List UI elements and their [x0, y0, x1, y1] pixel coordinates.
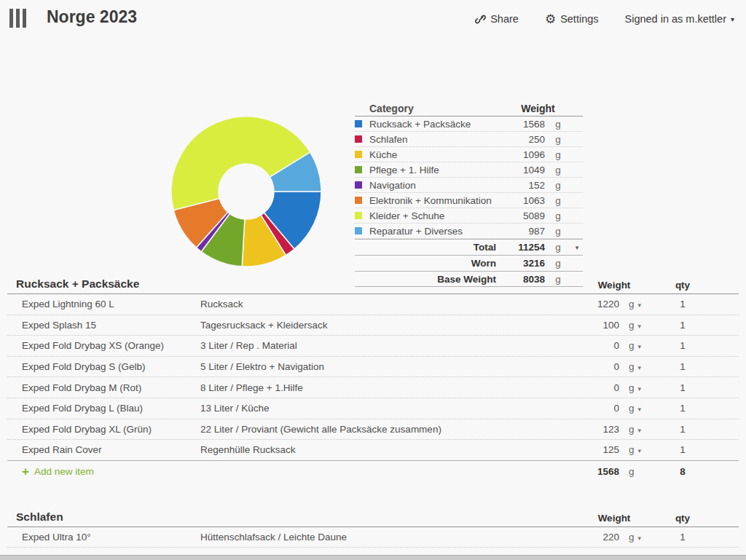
bottom-scrollbar-band[interactable] — [0, 555, 746, 560]
item-qty[interactable]: 1 — [657, 299, 708, 309]
link-icon — [475, 14, 486, 25]
legend-row: Elektronik + Kommunikation 1063 g — [355, 193, 583, 208]
item-weight[interactable]: 0 — [568, 340, 619, 351]
category-section-schlafen: Schlafen Weight qty Exped Ultra 10° Hütt… — [7, 508, 739, 560]
item-description[interactable]: 22 Liter / Proviant (Gewicht alle Packsä… — [200, 424, 568, 435]
item-weight[interactable]: 125 — [568, 444, 619, 455]
top-bar: Norge 2023 Share ⚙ Settings Signed in as… — [0, 0, 746, 38]
weight-column-header: Weight — [585, 280, 643, 291]
unit-dropdown[interactable]: g▾ — [619, 403, 657, 414]
item-name[interactable]: Exped Fold Drybag M (Rot) — [22, 382, 200, 393]
item-description[interactable]: 13 Liter / Küche — [200, 403, 568, 414]
chevron-down-icon: ▾ — [638, 535, 642, 542]
section-footer-row: + Add new item 1568 g 8 — [7, 461, 739, 482]
item-name[interactable]: Exped Lightning 60 L — [22, 299, 200, 309]
section-title: Rucksack + Packsäcke — [16, 277, 139, 291]
item-description[interactable]: 5 Liter / Elektro + Navigation — [200, 361, 568, 372]
item-weight[interactable]: 1220 — [568, 299, 619, 309]
unit-dropdown[interactable]: g▾ — [619, 361, 657, 372]
legend-weight-header: Weight — [505, 103, 571, 114]
unit-dropdown[interactable]: g▾ — [619, 424, 657, 435]
weight-column-header: Weight — [585, 513, 643, 524]
unit-dropdown[interactable]: g▾ — [619, 299, 657, 309]
chevron-down-icon: ▾ — [638, 301, 642, 309]
gear-icon: ⚙ — [545, 13, 556, 25]
page-title: Norge 2023 — [47, 7, 137, 27]
item-name[interactable]: Exped Fold Drybag S (Gelb) — [22, 361, 200, 372]
item-qty[interactable]: 1 — [657, 403, 708, 414]
table-row: Exped Fold Drybag L (Blau) 13 Liter / Kü… — [7, 398, 739, 419]
legend-row: Pflege + 1. Hilfe 1049 g — [355, 162, 583, 178]
unit-dropdown[interactable]: g▾ — [619, 320, 657, 331]
unit-dropdown[interactable]: g▾ — [619, 444, 657, 455]
item-description[interactable]: 8 Liter / Pflege + 1.Hilfe — [200, 382, 568, 393]
chevron-down-icon: ▾ — [638, 447, 642, 454]
chevron-down-icon: ▾ — [638, 343, 642, 350]
item-qty[interactable]: 1 — [657, 382, 708, 393]
section-title: Schlafen — [16, 510, 63, 524]
item-weight[interactable]: 0 — [568, 382, 619, 393]
account-menu[interactable]: Signed in as m.kettler ▾ — [625, 13, 734, 25]
table-row: Exped Fold Drybag XL (Grün) 22 Liter / P… — [7, 419, 739, 441]
donut-chart — [170, 115, 323, 268]
add-new-item-button[interactable]: + Add new item — [22, 465, 568, 478]
item-description[interactable]: Hüttenschlafsack / Leichte Daune — [200, 532, 568, 543]
category-swatch — [355, 227, 362, 234]
chevron-down-icon: ▾ — [638, 406, 642, 413]
item-description[interactable]: Rucksack — [200, 299, 568, 309]
unit-dropdown[interactable]: g▾ — [619, 382, 657, 393]
section-total-unit: g — [619, 466, 657, 477]
section-header: Rucksack + Packsäcke Weight qty — [7, 275, 739, 294]
qty-column-header: qty — [653, 280, 712, 291]
table-row: Exped Splash 15 Tagesrucksack + Kleiders… — [7, 315, 739, 336]
item-description[interactable]: Tagesrucksack + Kleidersack — [200, 320, 568, 331]
item-name[interactable]: Exped Splash 15 — [22, 320, 200, 331]
item-qty[interactable]: 1 — [657, 444, 708, 455]
item-name[interactable]: Exped Fold Drybag L (Blau) — [22, 403, 200, 414]
table-row: Exped Rain Cover Regenhülle Rucksack 125… — [7, 440, 739, 461]
sidebar-toggle-icon[interactable] — [9, 9, 30, 28]
item-qty[interactable]: 1 — [657, 340, 708, 351]
section-total-weight: 1568 — [568, 466, 619, 477]
legend-row: Küche 1096 g — [355, 147, 583, 162]
item-qty[interactable]: 1 — [657, 361, 708, 372]
item-weight[interactable]: 0 — [568, 361, 619, 372]
item-description[interactable]: 3 Liter / Rep . Material — [200, 340, 568, 351]
item-qty[interactable]: 1 — [657, 320, 708, 331]
item-weight[interactable]: 100 — [568, 320, 619, 331]
chevron-down-icon: ▾ — [638, 427, 642, 434]
category-swatch — [355, 151, 362, 158]
chevron-down-icon: ▾ — [638, 385, 642, 393]
item-weight[interactable]: 123 — [568, 424, 619, 435]
item-name[interactable]: Exped Ultra 10° — [22, 532, 200, 543]
category-swatch — [355, 135, 362, 143]
category-swatch — [355, 120, 362, 127]
item-description[interactable]: Regenhülle Rucksack — [200, 444, 568, 455]
unit-dropdown[interactable]: g▾ — [619, 340, 657, 351]
share-button[interactable]: Share — [475, 13, 519, 25]
unit-dropdown[interactable]: g▾ — [619, 532, 657, 543]
share-label: Share — [490, 13, 519, 25]
item-weight[interactable]: 220 — [568, 532, 619, 543]
item-qty[interactable]: 1 — [657, 532, 708, 543]
settings-button[interactable]: ⚙ Settings — [545, 13, 599, 25]
section-total-qty: 8 — [657, 466, 708, 477]
item-qty[interactable]: 1 — [657, 424, 708, 435]
table-row: Exped Ultra 10° Hüttenschlafsack / Leich… — [7, 527, 739, 548]
topbar-actions: Share ⚙ Settings Signed in as m.kettler … — [475, 0, 734, 38]
add-new-item-label: Add new item — [34, 466, 94, 477]
legend-row: Schlafen 250 g — [355, 132, 583, 147]
signed-in-label: Signed in as m.kettler — [625, 13, 726, 25]
item-weight[interactable]: 0 — [568, 403, 619, 414]
settings-label: Settings — [560, 13, 598, 25]
total-unit-dropdown[interactable]: ▾ — [571, 244, 583, 251]
item-name[interactable]: Exped Fold Drybag XS (Orange) — [22, 340, 200, 351]
qty-column-header: qty — [653, 513, 712, 524]
legend-category-header: Category — [369, 103, 505, 114]
item-name[interactable]: Exped Rain Cover — [22, 444, 200, 455]
category-legend-table: Category Weight Rucksack + Packsäcke 156… — [355, 100, 583, 287]
section-header: Schlafen Weight qty — [7, 508, 739, 527]
item-name[interactable]: Exped Fold Drybag XL (Grün) — [22, 424, 200, 435]
table-row: Exped Fold Drybag XS (Orange) 3 Liter / … — [7, 336, 739, 357]
category-swatch — [355, 212, 362, 219]
